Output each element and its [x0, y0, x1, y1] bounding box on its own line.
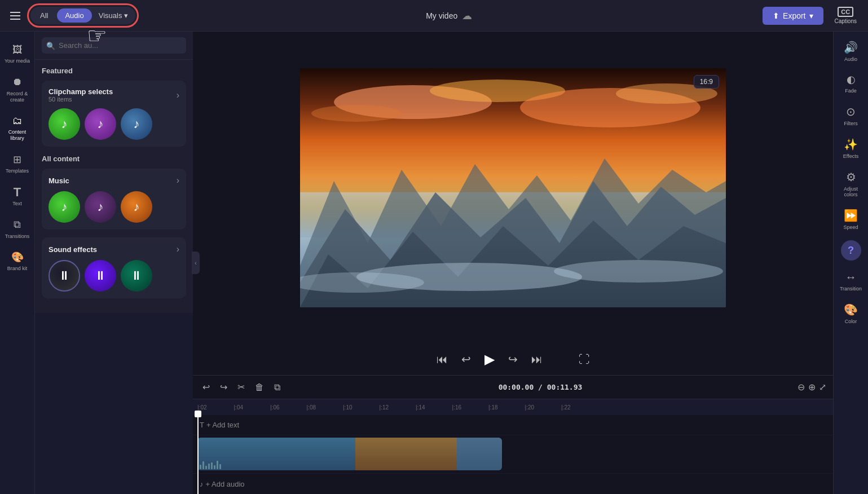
- right-item-effects[interactable]: ✨ Effects: [835, 133, 867, 164]
- filter-audio-tab[interactable]: Audio: [57, 8, 91, 23]
- cc-icon: CC: [838, 7, 853, 17]
- video-controls: ⏮ ↩ ▶ ↪ ⏭ ⛶: [193, 343, 833, 375]
- music-note-icon-6: ♪: [134, 200, 140, 214]
- audio-icon: 🔊: [844, 41, 858, 54]
- add-text-button[interactable]: T + Add text: [200, 421, 239, 429]
- effects-icon: ✨: [844, 138, 858, 151]
- captions-button[interactable]: CC Captions: [830, 5, 861, 27]
- sound-effects-arrow[interactable]: ›: [177, 244, 179, 254]
- filters-icon: ⊙: [846, 105, 856, 118]
- search-bar: 🔍: [35, 32, 193, 60]
- content-panel: 🔍 Featured Clipchamp selects 50 items ›: [35, 32, 193, 313]
- rewind-button[interactable]: ↩: [459, 350, 473, 368]
- filter-visuals-tab[interactable]: Visuals ▾: [93, 8, 134, 23]
- music-items: ♪ ♪ ♪: [49, 191, 179, 223]
- clip-segment-3: [457, 438, 502, 470]
- filter-all-tab[interactable]: All: [32, 8, 56, 23]
- sidebar-item-your-media[interactable]: 🖼 Your media: [2, 38, 33, 69]
- timeline-tracks: T + Add text: [193, 415, 833, 494]
- sfx-item-3[interactable]: ⏸: [121, 260, 152, 292]
- aspect-ratio-badge[interactable]: 16:9: [694, 75, 719, 89]
- search-wrap: 🔍: [42, 37, 186, 54]
- timeline-ruler: |:02 |:04 |:06 |:08 |:10 |:12 |:14 |:16 …: [193, 399, 833, 415]
- skip-forward-button[interactable]: ⏭: [529, 351, 545, 368]
- video-clip[interactable]: [197, 438, 502, 470]
- music-card: Music › ♪ ♪ ♪: [42, 169, 186, 230]
- right-item-filters[interactable]: ⊙ Filters: [835, 100, 867, 131]
- sidebar-item-record-create[interactable]: ⏺ Record & create: [2, 71, 33, 108]
- right-item-color[interactable]: 🎨 Color: [835, 298, 867, 329]
- music-note-icon-2: ♪: [98, 117, 104, 131]
- transition-icon: ↔: [845, 271, 857, 284]
- text-track-icon: T: [200, 421, 204, 429]
- delete-button[interactable]: 🗑: [252, 381, 267, 394]
- video-canvas: 16:9: [300, 68, 726, 307]
- svg-point-5: [311, 105, 402, 122]
- duplicate-button[interactable]: ⧉: [271, 381, 283, 394]
- sound-effect-items: ⏸ ⏸ ⏸: [49, 260, 179, 292]
- text-track: T + Add text: [193, 415, 833, 435]
- right-item-speed[interactable]: ⏩ Speed: [835, 204, 867, 235]
- music-card-arrow[interactable]: ›: [177, 175, 179, 186]
- play-button[interactable]: ▶: [482, 349, 497, 369]
- right-item-transition[interactable]: ↔ Transition: [835, 266, 867, 296]
- sidebar-item-brand-kit[interactable]: 🎨 Brand kit: [2, 246, 33, 276]
- center-area: 16:9 ⏮ ↩ ▶ ↪ ⏭ ⛶ ↩ ↪ ✂ 🗑 ⧉ 00:00.00 / 00…: [193, 32, 833, 494]
- sidebar-item-content-library[interactable]: 🗂 Content library: [2, 109, 33, 146]
- music-card-header: Music ›: [49, 175, 179, 186]
- clip-segment-1: [197, 438, 355, 470]
- zoom-controls: ⊖ ⊕ ⤢: [797, 382, 826, 392]
- zoom-in-button[interactable]: ⊕: [808, 382, 816, 392]
- time-display: 00:00.00 / 00:11.93: [288, 383, 793, 391]
- cut-button[interactable]: ✂: [235, 380, 248, 394]
- filter-tabs: All Audio Visuals ▾: [30, 7, 135, 24]
- right-item-audio[interactable]: 🔊 Audio: [835, 36, 867, 67]
- audio-track: ♪ + Add audio: [193, 474, 833, 494]
- speed-icon: ⏩: [844, 209, 858, 222]
- sidebar-item-transitions[interactable]: ⧉ Transitions: [2, 214, 33, 244]
- music-item-6[interactable]: ♪: [121, 191, 152, 223]
- add-audio-button[interactable]: ♪ + Add audio: [200, 480, 245, 488]
- fullscreen-button[interactable]: ⛶: [576, 351, 592, 368]
- sidebar-item-templates[interactable]: ⊞ Templates: [2, 148, 33, 179]
- right-item-fade[interactable]: ◐ Fade: [835, 69, 867, 98]
- clipchamp-selects-items: ♪ ♪ ♪: [49, 108, 179, 140]
- content-library-icon: 🗂: [11, 114, 24, 127]
- sidebar-item-text[interactable]: T Text: [2, 181, 33, 211]
- right-item-adjust-colors[interactable]: ⚙ Adjust colors: [835, 166, 867, 202]
- redo-button[interactable]: ↪: [217, 380, 230, 394]
- content-scroll: Featured Clipchamp selects 50 items › ♪ …: [35, 60, 193, 313]
- fit-to-window-button[interactable]: ⤢: [819, 382, 826, 392]
- video-track: [193, 435, 833, 474]
- forward-button[interactable]: ↪: [506, 350, 520, 368]
- record-create-icon: ⏺: [11, 76, 24, 89]
- music-item-1[interactable]: ♪: [49, 108, 80, 140]
- music-item-2[interactable]: ♪: [85, 108, 116, 140]
- clipchamp-selects-arrow[interactable]: ›: [177, 90, 179, 100]
- music-item-4[interactable]: ♪: [49, 191, 80, 223]
- undo-button[interactable]: ↩: [200, 380, 213, 394]
- sound-effects-title: Sound effects: [49, 245, 97, 254]
- skip-back-button[interactable]: ⏮: [434, 351, 450, 368]
- project-title: My video: [426, 11, 457, 20]
- music-item-3[interactable]: ♪: [121, 108, 152, 140]
- right-sidebar: 🔊 Audio ◐ Fade ⊙ Filters ✨ Effects ⚙ Adj…: [833, 32, 868, 494]
- sfx-item-1[interactable]: ⏸: [49, 260, 80, 292]
- hamburger-menu[interactable]: [7, 8, 24, 23]
- chevron-down-icon: ▾: [124, 11, 128, 20]
- export-dropdown-icon: ▾: [809, 11, 813, 20]
- export-button[interactable]: ⬆ Export ▾: [763, 7, 823, 25]
- playhead[interactable]: [197, 415, 199, 494]
- panel-collapse-handle[interactable]: ‹: [192, 252, 200, 274]
- music-item-5[interactable]: ♪: [85, 191, 116, 223]
- sfx-item-2[interactable]: ⏸: [85, 260, 116, 292]
- clipchamp-selects-title: Clipchamp selects: [49, 87, 113, 96]
- clip-segment-2: [355, 438, 457, 470]
- clipchamp-selects-card: Clipchamp selects 50 items › ♪ ♪ ♪: [42, 81, 186, 147]
- svg-point-11: [554, 260, 723, 283]
- search-input[interactable]: [42, 37, 186, 54]
- transitions-icon: ⧉: [11, 218, 24, 232]
- text-icon: T: [11, 186, 24, 199]
- help-button[interactable]: ?: [841, 240, 861, 261]
- zoom-out-button[interactable]: ⊖: [797, 382, 805, 392]
